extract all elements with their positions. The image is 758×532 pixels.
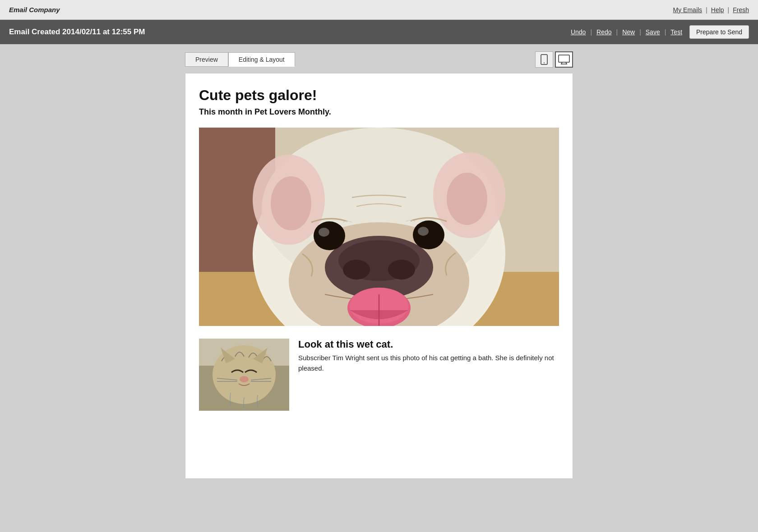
cat-svg xyxy=(199,339,289,411)
tab-preview[interactable]: Preview xyxy=(185,52,228,67)
email-preview-panel: Cute pets galore! This month in Pet Love… xyxy=(185,73,573,479)
email-title-bar: Email Created 2014/02/11 at 12:55 PM xyxy=(9,28,145,37)
svg-point-22 xyxy=(413,220,444,249)
dog-svg xyxy=(199,128,559,326)
small-pet-image xyxy=(199,339,289,411)
svg-point-23 xyxy=(319,228,329,237)
tab-bar: Preview Editing & Layout xyxy=(185,51,573,68)
help-link[interactable]: Help xyxy=(711,6,724,14)
top-nav-links: My Emails | Help | Fresh xyxy=(673,6,749,14)
mobile-view-button[interactable] xyxy=(535,51,553,68)
svg-point-33 xyxy=(240,376,249,382)
desktop-view-button[interactable] xyxy=(555,51,573,68)
email-subheading: This month in Pet Lovers Monthly. xyxy=(199,107,559,117)
svg-rect-2 xyxy=(559,55,569,62)
phone-icon xyxy=(540,54,548,65)
bottom-heading: Look at this wet cat. xyxy=(298,339,559,350)
bottom-text-block: Look at this wet cat. Subscriber Tim Wri… xyxy=(298,339,559,373)
top-navigation: Email Company My Emails | Help | Fresh xyxy=(0,0,758,20)
svg-point-30 xyxy=(213,345,276,404)
device-toggles xyxy=(535,51,573,68)
prepare-to-send-button[interactable]: Prepare to Send xyxy=(689,25,749,39)
email-heading: Cute pets galore! xyxy=(199,87,559,104)
brand-name: Email Company xyxy=(9,6,60,14)
main-pet-image xyxy=(199,128,559,326)
fresh-link[interactable]: Fresh xyxy=(733,6,749,14)
new-button[interactable]: New xyxy=(620,28,637,36)
svg-point-14 xyxy=(271,176,311,230)
svg-point-21 xyxy=(314,221,345,250)
my-emails-link[interactable]: My Emails xyxy=(673,6,703,14)
sep1: | xyxy=(706,6,707,14)
bottom-body: Subscriber Tim Wright sent us this photo… xyxy=(298,353,559,373)
redo-button[interactable]: Redo xyxy=(595,28,613,36)
undo-button[interactable]: Undo xyxy=(569,28,587,36)
svg-point-24 xyxy=(418,227,429,236)
svg-point-15 xyxy=(447,173,487,225)
svg-point-1 xyxy=(544,63,545,64)
content-area: Preview Editing & Layout xyxy=(0,44,758,486)
svg-point-20 xyxy=(388,260,415,280)
main-image-container xyxy=(199,128,559,326)
tab-editing-layout[interactable]: Editing & Layout xyxy=(228,52,295,67)
svg-point-19 xyxy=(343,260,370,280)
test-button[interactable]: Test xyxy=(669,28,684,36)
monitor-icon xyxy=(558,55,570,64)
tab-bar-left: Preview Editing & Layout xyxy=(185,52,295,67)
sep2: | xyxy=(728,6,730,14)
bottom-content-row: Look at this wet cat. Subscriber Tim Wri… xyxy=(199,339,559,411)
toolbar: Email Created 2014/02/11 at 12:55 PM Und… xyxy=(0,20,758,44)
toolbar-actions: Undo | Redo | New | Save | Test Prepare … xyxy=(569,25,749,39)
save-button[interactable]: Save xyxy=(644,28,662,36)
